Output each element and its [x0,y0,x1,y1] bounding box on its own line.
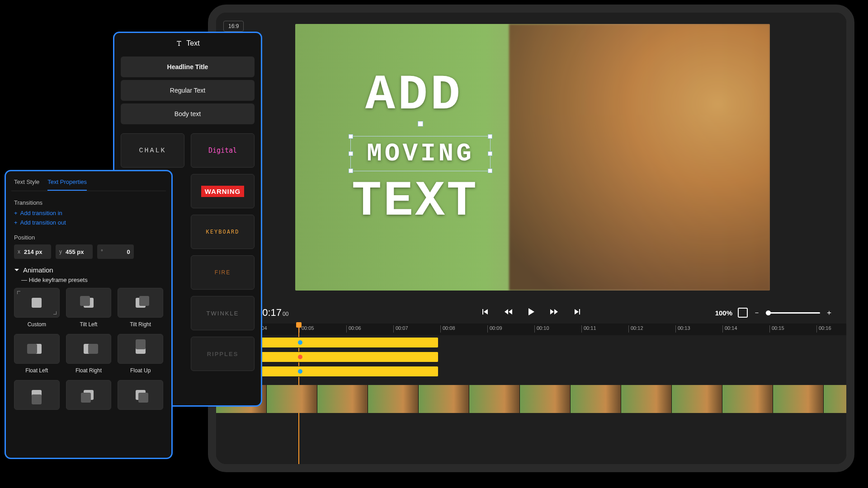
rotation-field[interactable]: ° [97,244,134,259]
animation-preset-Float Up[interactable] [118,334,163,364]
zoom-out-icon[interactable]: － [753,308,760,318]
canvas-text-line-1[interactable]: ADD [365,67,463,123]
text-panel-title: Text [114,33,261,54]
preset-label: Float Right [75,367,102,374]
video-thumbnail[interactable] [520,385,571,413]
video-thumbnail[interactable] [368,385,419,413]
position-y-input[interactable] [66,249,93,255]
video-thumbnail[interactable] [571,385,621,413]
animation-preset-Float Left[interactable] [14,334,60,364]
text-clip-1[interactable] [249,337,439,348]
text-selection-box[interactable]: MOVING [350,136,491,171]
video-thumbnail[interactable] [317,385,368,413]
position-x-input[interactable] [24,249,51,255]
ruler-tick: 00:12 [628,325,643,333]
plus-icon: + [14,210,18,216]
headline-title-button[interactable]: Headline Title [121,56,255,77]
preset-label: Custom [28,321,46,328]
text-clip-2[interactable] [249,352,439,362]
rewind-button[interactable] [504,308,512,317]
ruler-tick: 00:10 [534,325,549,333]
zoom-in-icon[interactable]: ＋ [826,308,833,318]
text-style-digital[interactable]: Digital [191,133,255,168]
chevron-down-icon [14,267,19,273]
preset-label: Float Up [130,367,151,374]
play-button[interactable] [528,308,535,318]
video-thumbnail[interactable] [722,385,773,413]
animation-preset-Tilt Right[interactable] [118,288,163,318]
animation-preset-preset-6[interactable] [14,380,60,410]
skip-start-button[interactable] [481,308,489,317]
text-style-keyboard[interactable]: KEYBOARD [191,215,255,249]
ruler-tick: 00:15 [769,325,784,333]
video-thumbnail[interactable] [267,385,317,413]
animation-preset-Custom[interactable] [14,288,60,318]
plus-icon: + [14,219,18,226]
add-transition-in-button[interactable]: +Add transition in [14,210,163,216]
ruler-tick: 00:07 [393,325,408,333]
preset-label: Tilt Right [130,321,151,328]
video-thumbnail[interactable] [621,385,672,413]
preview-image [509,24,770,291]
zoom-slider-knob[interactable] [766,310,771,315]
animation-preset-Float Right[interactable] [66,334,112,364]
ruler-tick: 00:16 [816,325,831,333]
fit-to-screen-button[interactable] [738,308,748,318]
position-label: Position [14,234,163,241]
hide-keyframe-presets-link[interactable]: — Hide keyframe presets [21,277,163,283]
ruler-tick: 00:13 [675,325,690,333]
video-thumbnail[interactable] [773,385,824,413]
preset-label: Tilt Left [80,321,98,328]
canvas-text-line-3[interactable]: TEXT [352,173,478,230]
animation-section-toggle[interactable]: Animation [14,266,163,274]
ruler-tick: 00:11 [581,325,596,333]
laptop-bezel: 16:9 ADD MOVING TEXT 00:1700 [208,5,854,472]
animation-preset-preset-8[interactable] [118,380,163,410]
text-style-warning[interactable]: WARNING [191,174,255,208]
body-text-button[interactable]: Body text [121,103,255,124]
playback-bar: 00:1700 100% － ＋ [216,302,846,324]
skip-end-button[interactable] [574,308,581,317]
video-thumbnail[interactable] [419,385,469,413]
preview-canvas[interactable]: ADD MOVING TEXT [295,24,770,291]
add-transition-out-button[interactable]: +Add transition out [14,219,163,226]
timeline-ruler[interactable]: 00:0400:0500:0600:0700:0800:0900:1000:11… [216,324,846,335]
text-style-fire[interactable]: FIRE [191,255,255,290]
rotate-handle[interactable] [418,121,423,127]
aspect-ratio-badge[interactable]: 16:9 [223,21,244,32]
transitions-label: Transitions [14,199,163,206]
position-x-field[interactable]: x [14,244,51,259]
text-icon [175,40,183,47]
ruler-tick: 00:08 [440,325,455,333]
ruler-tick: 00:09 [487,325,502,333]
forward-button[interactable] [550,308,558,317]
video-thumbnail[interactable] [672,385,722,413]
position-y-field[interactable]: y [56,244,93,259]
video-thumbnail[interactable] [824,385,854,413]
timeline[interactable]: 00:0400:0500:0600:0700:0800:0900:1000:11… [216,324,846,464]
preset-label: Float Left [25,367,48,374]
ruler-tick: 00:06 [346,325,361,333]
ruler-tick: 00:14 [722,325,737,333]
video-editor-app: 16:9 ADD MOVING TEXT 00:1700 [216,13,846,464]
text-properties-panel: Text Style Text Properties Transitions +… [5,170,173,459]
regular-text-button[interactable]: Regular Text [121,80,255,101]
video-thumbnail[interactable] [469,385,520,413]
text-style-ripples[interactable]: RIPPLES [191,337,255,371]
video-track[interactable] [216,385,846,413]
text-clip-3[interactable] [249,366,439,377]
text-style-chalk[interactable]: CHALK [121,133,184,168]
zoom-slider[interactable] [766,312,820,314]
canvas-text-line-2[interactable]: MOVING [351,136,490,171]
animation-preset-Tilt Left[interactable] [66,288,112,318]
animation-preset-preset-7[interactable] [66,380,112,410]
zoom-percentage[interactable]: 100% [715,309,732,317]
tab-text-style[interactable]: Text Style [14,176,39,191]
tab-text-properties[interactable]: Text Properties [47,176,87,191]
rotation-input[interactable] [107,249,134,255]
text-style-twinkle[interactable]: TWINKLE [191,296,255,330]
